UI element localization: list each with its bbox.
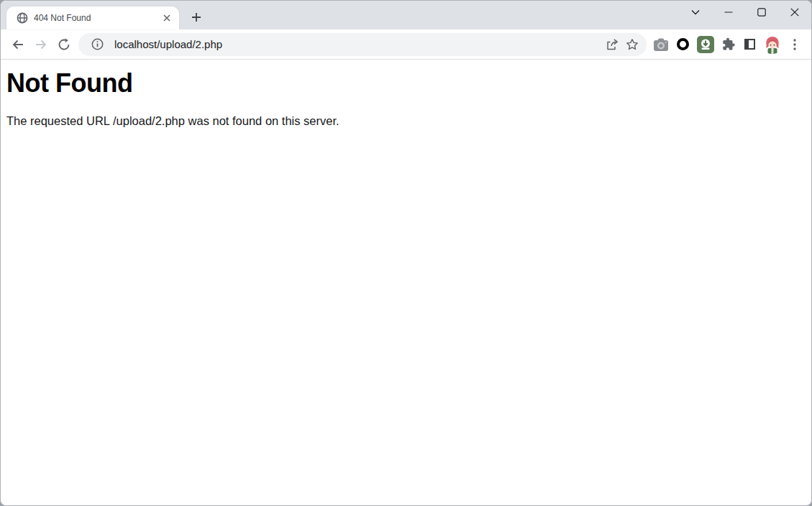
window-controls [679,1,811,24]
info-icon [91,38,104,50]
arrow-right-icon [34,37,48,52]
tab-close-button[interactable] [160,12,173,24]
url-text[interactable]: localhost/upload/2.php [114,38,602,50]
maximize-icon [757,8,766,17]
browser-window: 404 Not Found [0,0,812,506]
minimize-button[interactable] [712,1,745,24]
download-extension-button[interactable] [694,33,716,55]
star-icon [626,38,639,51]
sidebar-icon [744,39,755,50]
minimize-icon [724,8,733,17]
camera-icon [653,37,669,52]
profile-avatar-button[interactable] [761,35,783,54]
tab-title: 404 Not Found [34,13,160,23]
site-info-button[interactable] [87,34,107,55]
circle-extension-button[interactable] [672,33,694,55]
plus-icon [191,12,201,22]
kebab-menu-icon [793,39,796,50]
forward-button[interactable] [29,33,53,56]
extensions-button[interactable] [716,33,739,55]
camera-extension-button[interactable] [649,33,672,55]
close-icon [163,14,171,22]
share-button[interactable] [602,34,622,55]
sidebar-extension-button[interactable] [739,33,761,55]
ring-icon [677,38,689,50]
chevron-down-icon [691,9,700,15]
back-button[interactable] [6,33,29,56]
puzzle-icon [721,37,735,52]
bookmark-button[interactable] [622,34,642,55]
arrow-left-icon [11,37,25,52]
tab-search-button[interactable] [679,1,712,24]
tab-active[interactable]: 404 Not Found [6,6,179,29]
avatar [763,35,782,54]
maximize-button[interactable] [745,1,778,24]
reload-icon [58,38,70,51]
reload-button[interactable] [53,33,76,56]
tab-strip: 404 Not Found [1,1,811,29]
page-heading: Not Found [6,68,806,98]
page-content: Not Found The requested URL /upload/2.ph… [1,60,811,131]
download-icon [697,36,714,53]
share-icon [606,38,619,51]
menu-button[interactable] [783,33,806,55]
new-tab-button[interactable] [186,7,206,27]
close-window-button[interactable] [778,1,811,24]
close-icon [790,8,799,17]
omnibox[interactable]: localhost/upload/2.php [78,33,647,56]
globe-icon [17,12,28,24]
page-message: The requested URL /upload/2.php was not … [6,114,806,128]
toolbar: localhost/upload/2.php [1,29,811,60]
